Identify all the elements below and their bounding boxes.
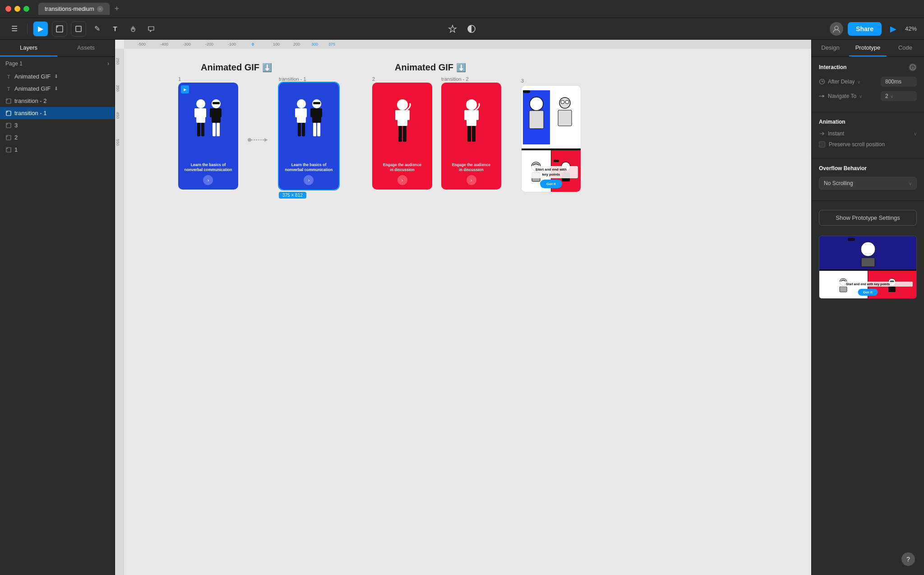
group-animated-gif-1: Animated GIF ⬇️ 1 ▶	[178, 62, 339, 199]
svg-rect-60	[467, 126, 471, 142]
layer-item-animated-gif-2[interactable]: T Animated GIF ⬇	[0, 83, 115, 95]
svg-rect-85	[861, 258, 875, 267]
assets-tab[interactable]: Assets	[57, 40, 115, 56]
svg-rect-70	[558, 110, 572, 126]
shape-tool[interactable]	[71, 22, 86, 36]
navigate-to-row: Navigate To ∨ 2 ∨	[819, 91, 917, 101]
layer-item-1[interactable]: 1	[0, 144, 115, 156]
svg-point-50	[397, 99, 408, 110]
play-indicator-1[interactable]: ▶	[181, 85, 189, 93]
menu-button[interactable]: ☰	[7, 22, 22, 36]
character-area-1	[188, 88, 229, 162]
next-button-t1[interactable]: ›	[304, 175, 314, 185]
share-button[interactable]: Share	[848, 22, 882, 36]
next-button-1[interactable]: ›	[203, 175, 213, 185]
phone-frame-3[interactable]: Start and end withkey points Got it	[521, 85, 581, 192]
phone-frame-1[interactable]: ▶	[178, 83, 238, 190]
size-badge: 375 × 812	[279, 192, 306, 199]
active-tab[interactable]: transitions-medium ×	[38, 3, 110, 15]
layers-tab[interactable]: Layers	[0, 40, 57, 56]
layer-item-3[interactable]: 3	[0, 119, 115, 131]
overflow-section: Overflow Behavior No Scrolling ∨	[812, 159, 924, 201]
frame-number-3: 3	[521, 78, 581, 83]
page-label: Page 1	[5, 60, 23, 67]
frame-col-transition-1: transition - 1	[279, 76, 339, 199]
svg-rect-9	[6, 111, 11, 116]
prototype-tab[interactable]: Prototype	[849, 40, 887, 56]
got-it-button[interactable]: Got it	[522, 180, 581, 188]
svg-rect-46	[310, 108, 313, 117]
next-button-2[interactable]: ›	[397, 175, 407, 185]
svg-rect-53	[407, 110, 410, 120]
navigate-to-label: Navigate To ∨	[819, 93, 862, 99]
phone-frame-transition-2[interactable]: Engage the audiencein discussion ›	[441, 83, 501, 190]
layer-icon-text: T	[5, 74, 12, 80]
animation-title: Animation	[819, 119, 917, 125]
toolbar-center	[445, 22, 479, 36]
preserve-scroll-checkbox[interactable]	[819, 141, 825, 148]
layer-item-animated-gif-1[interactable]: T Animated GIF ⬇	[0, 70, 115, 83]
avatar	[830, 22, 843, 36]
move-tool[interactable]: ▶	[33, 22, 48, 36]
preview-text: Start and end with key points	[819, 282, 916, 287]
text-tool[interactable]: T	[108, 22, 122, 36]
play-button[interactable]: ▶	[886, 22, 901, 36]
frame-number-1: 1	[178, 76, 181, 82]
interaction-info-icon[interactable]: i	[909, 63, 917, 71]
layer-icon-frame-1	[5, 110, 12, 116]
instant-chevron[interactable]: ∨	[914, 131, 917, 136]
svg-rect-23	[194, 108, 197, 117]
comment-tool[interactable]	[144, 22, 158, 36]
navigate-to-value[interactable]: 2 ∨	[881, 91, 917, 101]
instant-row: Instant ∨	[819, 130, 917, 137]
svg-point-21	[196, 99, 205, 108]
phone-frame-2[interactable]: Engage the audiencein discussion ›	[372, 83, 432, 190]
layer-item-2[interactable]: 2	[0, 131, 115, 144]
layer-name-3: transition - 2	[14, 97, 47, 104]
pen-tool[interactable]: ✎	[90, 22, 104, 36]
animated-gif-title-2: Animated GIF	[395, 62, 453, 73]
new-tab-btn[interactable]: +	[111, 4, 122, 14]
tab-filename: transitions-medium	[45, 5, 94, 12]
design-tab[interactable]: Design	[812, 40, 849, 56]
page-header: Page 1 ›	[0, 57, 115, 70]
maximize-traffic-light[interactable]	[23, 6, 29, 12]
instant-label: Instant	[819, 130, 844, 137]
preview-got-it: Got it	[858, 289, 878, 296]
move-tool-group: ▶	[33, 21, 48, 37]
magic-icon[interactable]	[445, 22, 460, 36]
layer-item-transition-2[interactable]: transition - 2	[0, 95, 115, 107]
layer-name-6: 2	[14, 134, 18, 141]
code-tab[interactable]: Code	[887, 40, 924, 56]
frame-tool[interactable]	[52, 22, 67, 36]
hand-tool[interactable]	[126, 22, 140, 36]
contrast-icon[interactable]	[464, 22, 479, 36]
svg-rect-33	[217, 123, 220, 136]
canvas-content: Animated GIF ⬇️ 1 ▶	[124, 49, 811, 575]
toolbar-left: ☰ ▶ ✎ T	[7, 21, 826, 37]
layer-icon-frame-2	[5, 98, 12, 104]
after-delay-value[interactable]: 800ms	[881, 77, 917, 87]
animated-gif-title-1: Animated GIF	[201, 62, 259, 73]
no-scrolling-select[interactable]: No Scrolling ∨	[819, 177, 917, 190]
help-button[interactable]: ?	[901, 552, 915, 566]
canvas-area: -500 -400 -300 -200 -100 0 100 200 300 3…	[115, 40, 811, 575]
svg-rect-49	[317, 123, 320, 136]
minimize-traffic-light[interactable]	[14, 6, 20, 12]
frame-tool-group	[52, 21, 67, 37]
tab-close-btn[interactable]: ×	[97, 6, 103, 12]
svg-rect-30	[210, 108, 213, 117]
close-traffic-light[interactable]	[5, 6, 11, 12]
show-prototype-settings-button[interactable]: Show Prototype Settings	[819, 210, 917, 226]
page-chevron[interactable]: ›	[107, 60, 109, 67]
layer-item-transition-1[interactable]: transition - 1	[0, 107, 115, 119]
svg-rect-57	[467, 110, 476, 126]
svg-rect-28	[213, 102, 220, 104]
svg-point-68	[561, 100, 564, 104]
next-button-t2[interactable]: ›	[467, 175, 476, 185]
svg-rect-18	[6, 148, 11, 152]
frame-sublabel-t1: transition - 1	[279, 76, 306, 82]
phone-frame-transition-1[interactable]: Learn the basics ofnonverbal communicati…	[279, 83, 339, 190]
overflow-title: Overflow Behavior	[819, 165, 917, 172]
svg-rect-51	[397, 110, 407, 126]
